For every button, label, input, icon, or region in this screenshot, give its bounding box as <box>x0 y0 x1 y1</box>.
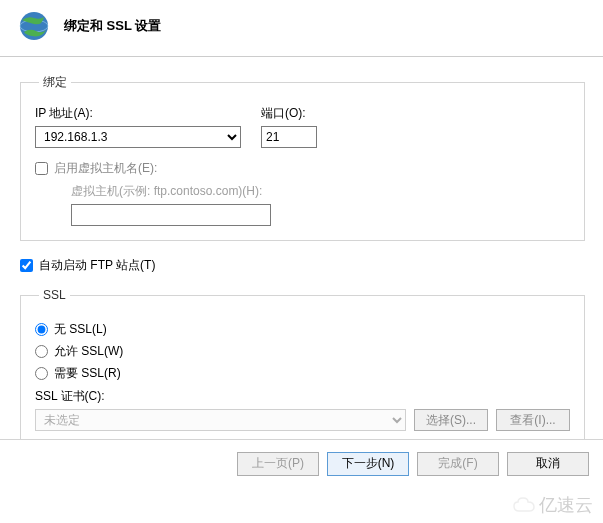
cloud-icon <box>513 497 535 513</box>
ssl-cert-select: 未选定 <box>35 409 406 431</box>
globe-icon <box>18 10 50 42</box>
cert-select-button: 选择(S)... <box>414 409 488 431</box>
dialog-content: 绑定 IP 地址(A): 192.168.1.3 端口(O): 启用虚拟主机名(… <box>0 60 603 433</box>
ssl-radio-allow: 允许 SSL(W) <box>35 343 570 360</box>
settings-dialog: 绑定和 SSL 设置 绑定 IP 地址(A): 192.168.1.3 端口(O… <box>0 0 603 523</box>
autostart-label: 自动启动 FTP 站点(T) <box>39 257 155 274</box>
port-label: 端口(O): <box>261 105 317 122</box>
ip-address-select[interactable]: 192.168.1.3 <box>35 126 241 148</box>
watermark-text: 亿速云 <box>539 493 593 517</box>
next-button[interactable]: 下一步(N) <box>327 452 409 476</box>
cancel-button[interactable]: 取消 <box>507 452 589 476</box>
ssl-allow-label: 允许 SSL(W) <box>54 343 123 360</box>
cert-label: SSL 证书(C): <box>35 388 570 405</box>
ssl-radio-require: 需要 SSL(R) <box>35 365 570 382</box>
ssl-require-label: 需要 SSL(R) <box>54 365 121 382</box>
port-input[interactable] <box>261 126 317 148</box>
ssl-fieldset: SSL 无 SSL(L) 允许 SSL(W) 需要 SSL(R) SSL 证书(… <box>20 288 585 446</box>
ssl-require-radio[interactable] <box>35 367 48 380</box>
ip-field-block: IP 地址(A): 192.168.1.3 <box>35 105 241 148</box>
dialog-footer: 上一页(P) 下一步(N) 完成(F) 取消 <box>0 439 603 487</box>
watermark: 亿速云 <box>513 493 593 517</box>
ssl-none-label: 无 SSL(L) <box>54 321 107 338</box>
autostart-row: 自动启动 FTP 站点(T) <box>20 257 585 274</box>
autostart-checkbox[interactable] <box>20 259 33 272</box>
vhost-input <box>71 204 271 226</box>
dialog-header: 绑定和 SSL 设置 <box>0 0 603 57</box>
enable-vhost-checkbox[interactable] <box>35 162 48 175</box>
ssl-none-radio[interactable] <box>35 323 48 336</box>
binding-fieldset: 绑定 IP 地址(A): 192.168.1.3 端口(O): 启用虚拟主机名(… <box>20 74 585 241</box>
vhost-hint: 虚拟主机(示例: ftp.contoso.com)(H): <box>71 184 262 198</box>
binding-legend: 绑定 <box>39 74 71 91</box>
vhost-sub: 虚拟主机(示例: ftp.contoso.com)(H): <box>71 183 570 226</box>
enable-vhost-label: 启用虚拟主机名(E): <box>54 160 157 177</box>
port-field-block: 端口(O): <box>261 105 317 148</box>
cert-view-button: 查看(I)... <box>496 409 570 431</box>
dialog-title: 绑定和 SSL 设置 <box>64 17 161 35</box>
enable-vhost-row: 启用虚拟主机名(E): <box>35 160 570 177</box>
ssl-legend: SSL <box>39 288 70 302</box>
finish-button: 完成(F) <box>417 452 499 476</box>
ssl-radio-none: 无 SSL(L) <box>35 321 570 338</box>
ssl-allow-radio[interactable] <box>35 345 48 358</box>
prev-button: 上一页(P) <box>237 452 319 476</box>
ip-label: IP 地址(A): <box>35 105 241 122</box>
